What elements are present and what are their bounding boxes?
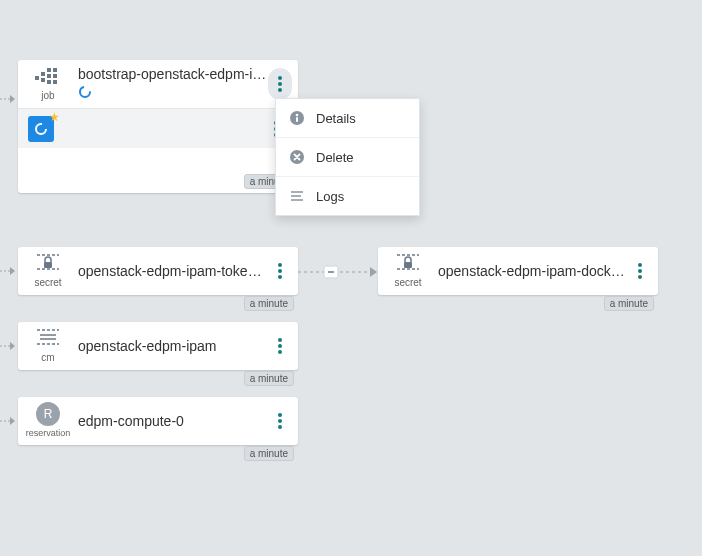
svg-point-22 — [296, 114, 299, 117]
secret-icon — [397, 253, 419, 275]
svg-rect-9 — [47, 80, 51, 84]
svg-point-48 — [278, 344, 282, 348]
resource-type-label: reservation — [26, 428, 71, 438]
kebab-menu-button[interactable] — [268, 255, 292, 287]
edge-arrow — [0, 94, 16, 104]
resource-type-label: secret — [394, 277, 421, 288]
menu-item-label: Logs — [316, 189, 344, 204]
svg-rect-8 — [47, 74, 51, 78]
timestamp-badge: a minute — [244, 296, 294, 311]
svg-rect-5 — [41, 72, 45, 76]
star-icon: ★ — [49, 110, 60, 124]
context-menu: Details Delete Logs — [275, 98, 420, 216]
configmap-icon — [37, 328, 59, 350]
logs-icon — [288, 187, 306, 205]
menu-item-label: Details — [316, 111, 356, 126]
svg-point-33 — [278, 275, 282, 279]
menu-item-delete[interactable]: Delete — [276, 138, 419, 177]
timestamp-badge: a minute — [244, 371, 294, 386]
svg-point-51 — [278, 419, 282, 423]
edge-arrow — [0, 266, 16, 276]
svg-rect-4 — [35, 76, 39, 80]
resource-type-label: cm — [41, 352, 54, 363]
resource-type-label: job — [41, 90, 54, 101]
job-icon — [35, 66, 61, 88]
node-job-card[interactable]: job bootstrap-openstack-edpm-ip… ★ a min… — [18, 60, 298, 193]
menu-item-logs[interactable]: Logs — [276, 177, 419, 215]
connector-line — [298, 264, 380, 284]
edge-arrow — [0, 341, 16, 351]
svg-rect-7 — [47, 68, 51, 72]
svg-rect-6 — [41, 78, 45, 82]
svg-point-14 — [278, 76, 282, 80]
svg-rect-12 — [53, 80, 57, 84]
timestamp-badge: a minute — [604, 296, 654, 311]
pod-status-icon: ★ — [28, 116, 54, 142]
node-title: openstack-edpm-ipam-token-… — [78, 263, 268, 279]
kebab-menu-button[interactable] — [268, 405, 292, 437]
secret-icon — [37, 253, 59, 275]
status-spinner-icon — [78, 85, 268, 103]
svg-point-50 — [278, 413, 282, 417]
node-secret-card[interactable]: secret openstack-edpm-ipam-docke… a minu… — [378, 247, 658, 295]
info-icon — [288, 109, 306, 127]
timestamp-badge: a minute — [244, 446, 294, 461]
svg-point-52 — [278, 425, 282, 429]
node-title: openstack-edpm-ipam — [78, 338, 268, 354]
svg-point-32 — [278, 269, 282, 273]
svg-point-17 — [36, 124, 46, 134]
svg-point-15 — [278, 82, 282, 86]
svg-point-40 — [638, 263, 642, 267]
node-configmap-card[interactable]: cm openstack-edpm-ipam a minute — [18, 322, 298, 370]
node-title: edpm-compute-0 — [78, 413, 268, 429]
kebab-menu-button[interactable] — [628, 255, 652, 287]
avatar: R — [36, 402, 60, 426]
svg-point-31 — [278, 263, 282, 267]
svg-rect-11 — [53, 74, 57, 78]
node-title: openstack-edpm-ipam-docke… — [438, 263, 628, 279]
menu-item-label: Delete — [316, 150, 354, 165]
edge-arrow — [0, 416, 16, 426]
svg-point-16 — [278, 88, 282, 92]
pod-subrow[interactable]: ★ — [18, 108, 298, 148]
menu-item-details[interactable]: Details — [276, 99, 419, 138]
close-circle-icon — [288, 148, 306, 166]
resource-type-label: secret — [34, 277, 61, 288]
node-reservation-card[interactable]: R reservation edpm-compute-0 a minute — [18, 397, 298, 445]
svg-point-41 — [638, 269, 642, 273]
svg-point-47 — [278, 338, 282, 342]
svg-point-42 — [638, 275, 642, 279]
kebab-menu-button[interactable] — [268, 330, 292, 362]
svg-rect-39 — [404, 262, 412, 268]
svg-point-13 — [80, 87, 90, 97]
svg-rect-10 — [53, 68, 57, 72]
node-secret-card[interactable]: secret openstack-edpm-ipam-token-… a min… — [18, 247, 298, 295]
svg-rect-30 — [44, 262, 52, 268]
svg-point-49 — [278, 350, 282, 354]
node-title: bootstrap-openstack-edpm-ip… — [78, 66, 268, 82]
kebab-menu-button[interactable] — [268, 68, 292, 100]
svg-rect-23 — [296, 117, 298, 122]
